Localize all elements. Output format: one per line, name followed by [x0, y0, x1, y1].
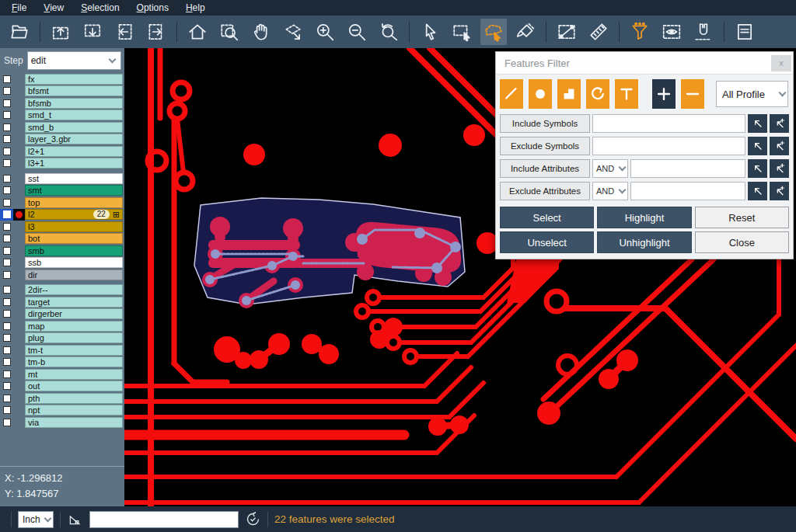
- zoom-window-icon[interactable]: [216, 19, 243, 45]
- layer-checkbox[interactable]: [0, 145, 13, 158]
- layer-active-indicator[interactable]: [13, 221, 25, 233]
- pick-from-canvas-icon[interactable]: [748, 137, 767, 155]
- layer-active-indicator[interactable]: [13, 269, 25, 281]
- layer-row-fx[interactable]: fx: [0, 73, 124, 85]
- layer-name-bar[interactable]: bfsmb: [25, 98, 123, 109]
- grid-icon[interactable]: ⊞: [113, 210, 120, 219]
- arc-tool-icon[interactable]: [586, 79, 609, 109]
- pan-down-icon[interactable]: [79, 19, 106, 45]
- layer-checkbox[interactable]: [0, 221, 13, 233]
- layer-name-bar[interactable]: target: [25, 297, 123, 308]
- zoom-previous-icon[interactable]: [375, 19, 402, 45]
- layer-name-bar[interactable]: bfsmt: [25, 85, 123, 96]
- dialog-titlebar[interactable]: Features Filter x: [496, 52, 793, 75]
- layer-row-smb[interactable]: smb: [0, 245, 124, 257]
- menu-options[interactable]: Options: [128, 1, 177, 15]
- layer-checkbox[interactable]: [0, 296, 13, 308]
- layer-active-indicator[interactable]: [13, 110, 25, 122]
- layer-checkbox[interactable]: [0, 368, 13, 381]
- profile-select[interactable]: All Profile: [716, 81, 788, 107]
- pick-add-from-canvas-icon[interactable]: [770, 114, 789, 133]
- layer-active-indicator[interactable]: [13, 85, 25, 98]
- layer-name-bar[interactable]: smd_t: [25, 110, 123, 120]
- layer-name-bar[interactable]: 2dir--: [25, 284, 123, 295]
- zoom-in-icon[interactable]: [312, 19, 338, 45]
- angle-measure-icon[interactable]: [67, 511, 83, 527]
- layer-row-smd_b[interactable]: smd_b: [0, 121, 124, 134]
- menu-selection[interactable]: Selection: [72, 1, 127, 15]
- zoom-drag-icon[interactable]: [280, 19, 306, 45]
- command-input[interactable]: [89, 511, 239, 528]
- include-symbols-field[interactable]: [592, 114, 745, 133]
- layer-active-indicator[interactable]: [13, 296, 25, 308]
- text-tool-icon[interactable]: [615, 79, 638, 109]
- refresh-check-icon[interactable]: [245, 511, 261, 527]
- layer-name-bar[interactable]: l3: [25, 221, 123, 232]
- layer-name-bar[interactable]: smd_b: [25, 122, 123, 133]
- layer-name-bar[interactable]: top: [25, 197, 123, 208]
- layer-checkbox[interactable]: [0, 381, 13, 393]
- pick-from-canvas-icon[interactable]: [748, 114, 767, 133]
- include-attributes-button[interactable]: Include Attributes: [500, 159, 590, 178]
- ruler-icon[interactable]: [585, 19, 612, 45]
- layer-row-l3+1[interactable]: l3+1: [0, 158, 124, 170]
- layer-checkbox[interactable]: [0, 134, 13, 146]
- pick-from-canvas-icon[interactable]: [748, 182, 767, 200]
- layer-active-indicator[interactable]: [13, 233, 25, 245]
- layer-checkbox[interactable]: [0, 233, 13, 245]
- layer-name-bar[interactable]: via: [25, 417, 123, 428]
- layer-row-bot[interactable]: bot: [0, 233, 124, 245]
- magnet-icon[interactable]: [690, 19, 717, 45]
- layer-row-tm-t[interactable]: tm-t: [0, 344, 124, 356]
- exclude-attributes-button[interactable]: Exclude Attributes: [500, 182, 590, 200]
- layer-name-bar[interactable]: smb: [25, 245, 123, 256]
- layer-checkbox[interactable]: [0, 97, 13, 110]
- exclude-attributes-field[interactable]: [630, 182, 745, 200]
- layer-active-indicator[interactable]: [13, 368, 25, 381]
- layer-checkbox[interactable]: [0, 320, 13, 332]
- layer-row-dirgerber[interactable]: dirgerber: [0, 308, 124, 321]
- layer-row-tm-b[interactable]: tm-b: [0, 356, 124, 369]
- layer-active-indicator[interactable]: [13, 134, 25, 146]
- layer-name-bar[interactable]: dir: [25, 269, 123, 280]
- layer-row-ssb[interactable]: ssb: [0, 257, 124, 269]
- layer-name-bar[interactable]: bot: [25, 233, 123, 244]
- layer-active-indicator[interactable]: [13, 332, 25, 345]
- poly-select-icon[interactable]: [480, 19, 507, 45]
- layer-row-smt[interactable]: smt: [0, 185, 124, 197]
- layer-active-indicator[interactable]: [13, 158, 25, 170]
- layer-name-bar[interactable]: fx: [25, 74, 123, 85]
- layer-name-bar[interactable]: pth: [25, 393, 123, 404]
- step-select[interactable]: edit: [27, 51, 121, 70]
- remove-tool-icon[interactable]: [681, 79, 704, 109]
- layer-name-bar[interactable]: l222⊞: [25, 209, 123, 220]
- layer-name-bar[interactable]: l2+1: [25, 146, 123, 157]
- pan-left-icon[interactable]: [111, 19, 138, 45]
- layer-name-bar[interactable]: smt: [25, 185, 123, 196]
- eye-box-icon[interactable]: [658, 19, 685, 45]
- layer-checkbox[interactable]: [0, 245, 13, 257]
- layer-row-dir[interactable]: dir: [0, 269, 124, 281]
- close-icon[interactable]: x: [771, 55, 791, 71]
- reset-button[interactable]: Reset: [695, 207, 789, 228]
- layer-checkbox[interactable]: [0, 85, 13, 98]
- pick-add-from-canvas-icon[interactable]: [770, 137, 789, 155]
- layer-name-bar[interactable]: mt: [25, 369, 123, 380]
- open-folder-icon[interactable]: [6, 19, 33, 45]
- highlight-button[interactable]: Highlight: [597, 207, 691, 228]
- surface-tool-icon[interactable]: [557, 79, 581, 109]
- layer-checkbox[interactable]: [0, 344, 13, 356]
- layer-checkbox[interactable]: [0, 196, 13, 209]
- menu-file[interactable]: File: [3, 1, 35, 15]
- layer-name-bar[interactable]: tm-t: [25, 345, 123, 356]
- layer-active-indicator[interactable]: [13, 392, 25, 405]
- layers-panel-icon[interactable]: [731, 19, 758, 45]
- layer-checkbox[interactable]: [0, 110, 13, 122]
- layer-name-bar[interactable]: layer_3.gbr: [25, 134, 123, 144]
- layer-row-l2+1[interactable]: l2+1: [0, 145, 124, 158]
- menu-help[interactable]: Help: [177, 1, 214, 15]
- unhighlight-button[interactable]: Unhighlight: [597, 231, 691, 253]
- layer-row-target[interactable]: target: [0, 296, 124, 308]
- layer-checkbox[interactable]: [0, 332, 13, 345]
- layer-name-bar[interactable]: map: [25, 321, 123, 332]
